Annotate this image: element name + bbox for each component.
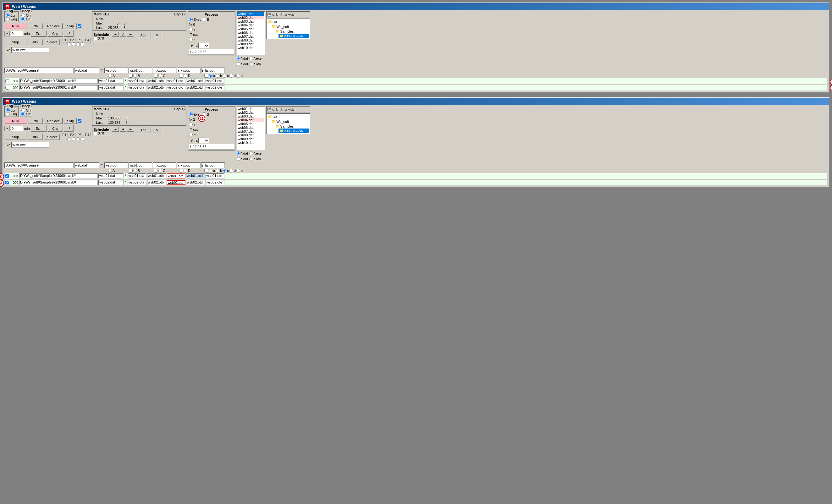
reload-button-1[interactable]: ↺: [64, 30, 74, 37]
out1-header-1[interactable]: [129, 68, 152, 73]
a-select-1[interactable]: [198, 43, 209, 48]
left-radio-1[interactable]: [189, 38, 193, 42]
row2-out4-1[interactable]: wsb02.ote: [206, 85, 225, 90]
row1-out4-2[interactable]: wsb01.ote: [206, 174, 225, 179]
file-item-1-1[interactable]: wsb02.dat: [237, 16, 264, 20]
beep-on-radio-2[interactable]: [21, 108, 25, 112]
out2-header-1[interactable]: [153, 68, 176, 73]
schedule-check-1[interactable]: [94, 36, 98, 40]
row2-out0-1[interactable]: wsb02.ota: [128, 85, 147, 90]
p1-radio-2[interactable]: [67, 137, 71, 141]
row2-input-1[interactable]: wsb02.dat: [98, 85, 124, 90]
file-item-1-2[interactable]: wsb03.dat: [237, 20, 264, 23]
out4-header-1[interactable]: [201, 68, 225, 73]
row2-out2-2[interactable]: wsb02.otc: [166, 180, 185, 185]
row2-out3-1[interactable]: wsb02.otd: [186, 85, 205, 90]
b-radio-col-1[interactable]: [133, 74, 137, 78]
c-radio-col-1[interactable]: [158, 74, 162, 78]
d-col-check-2[interactable]: [179, 169, 183, 173]
nav-left-1[interactable]: ◄: [111, 32, 119, 37]
path-input-1[interactable]: [4, 68, 74, 73]
row2-out1-1[interactable]: wsb02.otb: [147, 85, 166, 90]
min-dropdown-1[interactable]: ▼: [4, 31, 10, 36]
out0-header-1[interactable]: [104, 68, 128, 73]
e-col-check-2[interactable]: [204, 169, 208, 173]
file-item-2-2[interactable]: wsb03.dat: [237, 114, 264, 118]
pth-button-2[interactable]: Pth: [27, 118, 43, 124]
e-col-check-1[interactable]: [204, 74, 208, 78]
otb-radio-1[interactable]: [249, 62, 253, 66]
b-radio-col-2[interactable]: [133, 169, 137, 173]
nav-right-1[interactable]: ►: [127, 32, 134, 37]
out-radio-2[interactable]: [237, 157, 240, 161]
row1-out2-1[interactable]: wsb01.otc: [166, 79, 185, 84]
out2-header-2[interactable]: [153, 162, 176, 168]
exe-radio-2[interactable]: [249, 152, 253, 155]
add-button-2[interactable]: Add: [135, 127, 151, 133]
p4-radio-2[interactable]: [80, 137, 84, 141]
row2-path-1[interactable]: D:¥Ws_soft¥Samples¥230601-wsb¥: [19, 85, 98, 90]
b-col-check-2[interactable]: [129, 169, 133, 173]
dir-item-2-2[interactable]: 📁 Samples: [275, 124, 309, 129]
clip-button-2[interactable]: Clip: [48, 125, 63, 132]
file-list-1[interactable]: wsb01.dat wsb02.dat wsb03.dat wsb04.dat …: [237, 11, 265, 55]
p3-btn-1[interactable]: P3: [76, 38, 83, 43]
otb-radio-2[interactable]: [249, 157, 253, 161]
replace-button-2[interactable]: Replace: [44, 118, 63, 124]
file-item-2-9[interactable]: wsb10.dat: [237, 141, 264, 144]
dir-tree-2[interactable]: 📁 D¥ 📁 Ws_soft 📁 Samples 📁: [266, 113, 310, 134]
rb-radio-2[interactable]: [216, 169, 219, 173]
dir-item-2-3[interactable]: 📁 230601-wsb: [279, 129, 309, 133]
range-input-1[interactable]: [189, 49, 234, 55]
nav-left-2[interactable]: ◄: [111, 127, 119, 132]
c-radio-col-2[interactable]: [158, 169, 162, 173]
row2-out1-2[interactable]: wsb02.otb: [147, 180, 166, 185]
out1-header-2[interactable]: [129, 162, 152, 168]
d-radio-col-2[interactable]: [184, 169, 187, 173]
row2-out4-2[interactable]: wsb02.ote: [206, 180, 225, 185]
nav-seq-1[interactable]: ⇌: [120, 32, 126, 37]
file-item-1-8[interactable]: wsb09.dat: [237, 42, 264, 46]
skip-button-1[interactable]: Skip: [64, 23, 77, 29]
skip-check-1[interactable]: [78, 24, 81, 28]
add-button-1[interactable]: Add: [135, 32, 151, 38]
arrow-button-1[interactable]: <=>: [27, 39, 43, 45]
file-item-1-7[interactable]: wsb08.dat: [237, 38, 264, 42]
row2-out0-2[interactable]: wsb02.ota: [128, 180, 147, 185]
dat-radio-1[interactable]: [237, 57, 240, 60]
a-select-2[interactable]: [198, 138, 209, 143]
out-radio-1[interactable]: [237, 62, 240, 66]
schedule-check-2[interactable]: [94, 131, 98, 135]
file-item-2-6[interactable]: wsb07.dat: [237, 129, 264, 133]
p2-btn-2[interactable]: P2: [69, 133, 75, 137]
row1-out3-1[interactable]: wsb01.otd: [186, 79, 205, 84]
a-radio-col-1[interactable]: [108, 74, 112, 78]
exe-radio-1[interactable]: [249, 57, 253, 60]
row1-path-1[interactable]: D:¥Ws_soft¥Samples¥230601-wsb¥: [19, 79, 98, 84]
row1-path-2[interactable]: D:¥Ws_soft¥Samples¥230601-wsb¥: [19, 174, 98, 179]
row2-check-2[interactable]: [5, 181, 9, 184]
p4-radio-1[interactable]: [80, 43, 84, 46]
wsb-input-2[interactable]: [74, 162, 99, 168]
lng-eng-radio-1[interactable]: [6, 17, 10, 21]
skip-button-2[interactable]: Skip: [64, 118, 77, 124]
file-item-1-4[interactable]: wsb05.dat: [237, 27, 264, 31]
file-item-2-5[interactable]: wsb06.dat: [237, 126, 264, 129]
out4-header-2[interactable]: [201, 162, 225, 168]
b-col-check-1[interactable]: [129, 74, 133, 78]
file-list-2[interactable]: wsb01.dat wsb02.dat wsb03.dat wsb04.dat …: [237, 106, 265, 150]
dir-item-1-3[interactable]: 📁 230601-wsb: [279, 34, 309, 38]
file-item-1-6[interactable]: wsb07.dat: [237, 34, 264, 38]
row1-out0-1[interactable]: wsb01.ota: [128, 79, 147, 84]
dir-item-1-1[interactable]: 📁 Ws_soft: [271, 24, 309, 29]
lng-jpn-radio-1[interactable]: [6, 14, 10, 17]
c-col-check-1[interactable]: [154, 74, 158, 78]
up-radio-2[interactable]: [189, 123, 193, 126]
re-radio-1[interactable]: [236, 74, 240, 78]
d-col-check-1[interactable]: [179, 74, 183, 78]
select-button-1[interactable]: Select: [44, 39, 60, 45]
run-button-2[interactable]: Run: [4, 118, 26, 124]
out3-header-1[interactable]: [177, 68, 201, 73]
exec-radio-1[interactable]: [189, 18, 193, 21]
file-item-2-4[interactable]: wsb05.dat: [237, 122, 264, 126]
